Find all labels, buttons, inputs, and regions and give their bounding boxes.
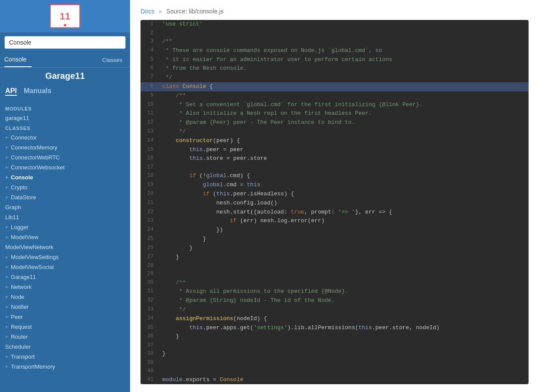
- sidebar-item-label: Garage11: [11, 274, 36, 280]
- code-line-30: 30 /**: [140, 279, 529, 288]
- brand-area: Garage11: [0, 68, 130, 84]
- code-line-3: 3 /**: [140, 37, 529, 46]
- code-line-16: 16 this.store = peer.store: [140, 154, 529, 163]
- code-line-6: 6 * from the Nesh console.: [140, 64, 529, 73]
- logo-area: 11: [0, 0, 130, 32]
- sidebar-item-peer[interactable]: +Peer: [0, 312, 130, 322]
- breadcrumb-separator: »: [159, 8, 162, 15]
- sidebar-item-label: ModelViewNetwork: [5, 244, 53, 250]
- plus-icon: +: [5, 274, 8, 280]
- source-path: Source: lib/console.js: [166, 8, 223, 15]
- plus-icon: +: [5, 254, 8, 260]
- sidebar-item-label: Peer: [11, 314, 23, 320]
- code-line-19: 19 global.cmd = this: [140, 181, 529, 190]
- code-line-20: 20 if (this.peer.isHeadless) {: [140, 190, 529, 199]
- sidebar-item-modelviewsocial[interactable]: +ModelViewSocial: [0, 262, 130, 272]
- code-line-10: 10 * Set a convenient `global.cmd` for t…: [140, 100, 529, 110]
- code-line-14: 14 constructor(peer) {: [140, 136, 529, 146]
- sidebar-item-node[interactable]: +Node: [0, 292, 130, 302]
- code-line-32: 32 * @param {String} nodeId - The id of …: [140, 296, 529, 305]
- sidebar-item-garage11[interactable]: garage11: [0, 113, 130, 123]
- code-line-13: 13 */: [140, 127, 529, 136]
- plus-icon: +: [5, 334, 8, 340]
- sidebar-item-graph[interactable]: Graph: [0, 202, 130, 212]
- sidebar-item-scheduler[interactable]: Scheduler: [0, 342, 130, 352]
- code-line-15: 15 this.peer = peer: [140, 146, 529, 155]
- sidebar-item-transport[interactable]: +Transport: [0, 352, 130, 362]
- code-line-39: 39: [140, 359, 529, 367]
- sidebar-item-label: Request: [11, 324, 32, 330]
- sidebar-item-label: Logger: [11, 224, 28, 230]
- sidebar-item-logger[interactable]: +Logger: [0, 222, 130, 232]
- sidebar-item-lib11[interactable]: Lib11: [0, 212, 130, 222]
- code-line-33: 33 */: [140, 305, 529, 314]
- classes-header: CLASSES: [0, 123, 130, 133]
- sidebar-item-notifier[interactable]: +Notifier: [0, 302, 130, 312]
- sidebar-item-datastore[interactable]: +DataStore: [0, 192, 130, 202]
- code-line-26: 26 }: [140, 244, 529, 253]
- code-line-34: 34 assignPermissions(nodeId) {: [140, 314, 529, 324]
- plus-icon: +: [5, 175, 8, 181]
- manuals-tab[interactable]: Manuals: [24, 87, 52, 96]
- sidebar-item-connectorwebsocket[interactable]: +ConnectorWebsocket: [0, 162, 130, 172]
- code-line-22: 22 nesh.start({autoload: true, prompt: '…: [140, 208, 529, 217]
- brand-name: Garage11: [45, 71, 85, 81]
- sidebar-item-label: TransportMemory: [11, 363, 55, 370]
- sidebar-item-network[interactable]: +Network: [0, 282, 130, 292]
- plus-icon: +: [5, 185, 8, 191]
- sidebar-item-connectormemory[interactable]: +ConnectorMemory: [0, 143, 130, 152]
- plus-icon: +: [5, 155, 8, 161]
- code-line-40: 40: [140, 367, 529, 375]
- sidebar-item-transportmemory[interactable]: +TransportMemory: [0, 362, 130, 372]
- plus-icon: +: [5, 145, 8, 151]
- code-line-8: 8 class Console {: [140, 82, 529, 91]
- nav-console-link[interactable]: Console: [4, 52, 32, 67]
- search-input[interactable]: [4, 36, 126, 49]
- plus-icon: +: [5, 314, 8, 320]
- sidebar-item-label: Router: [11, 334, 28, 340]
- sidebar-item-label: Graph: [5, 204, 21, 211]
- sidebar-item-crypto[interactable]: +Crypto: [0, 182, 130, 192]
- plus-icon: +: [5, 294, 8, 300]
- nav-classes-button[interactable]: Classes: [99, 54, 126, 66]
- sidebar-item-label: ConnectorMemory: [11, 144, 57, 151]
- code-line-28: 28: [140, 262, 529, 270]
- sidebar-item-label: ConnectorWebRTC: [11, 154, 60, 161]
- code-line-12: 12 * @param {Peer} peer - The Peer insta…: [140, 118, 529, 127]
- sidebar-item-router[interactable]: +Router: [0, 332, 130, 342]
- code-line-24: 24 }): [140, 226, 529, 235]
- docs-link[interactable]: Docs: [140, 8, 154, 15]
- sidebar-item-request[interactable]: +Request: [0, 322, 130, 332]
- plus-icon: +: [5, 354, 8, 360]
- plus-icon: +: [5, 264, 8, 270]
- sidebar-item-label: Node: [11, 294, 24, 300]
- sidebar-item-garage11-class[interactable]: +Garage11: [0, 272, 130, 282]
- api-tab[interactable]: API: [5, 87, 17, 96]
- sidebar-item-label: Notifier: [11, 304, 29, 310]
- nav-top: Console Classes: [0, 52, 130, 68]
- code-line-9: 9 /**: [140, 91, 529, 100]
- sidebar-item-modelview[interactable]: +ModelView: [0, 232, 130, 242]
- plus-icon: +: [5, 234, 8, 240]
- plus-icon: +: [5, 135, 8, 141]
- sidebar-item-console[interactable]: +Console: [0, 172, 130, 182]
- breadcrumb: Docs » Source: lib/console.js: [130, 0, 539, 20]
- sidebar-item-connector[interactable]: +Connector: [0, 133, 130, 143]
- sidebar-content: MODULES garage11 CLASSES +Connector +Con…: [0, 100, 130, 392]
- logo-box: 11: [50, 4, 80, 28]
- code-line-27: 27 }: [140, 253, 529, 262]
- sidebar-item-label: ConnectorWebsocket: [11, 164, 65, 171]
- code-line-1: 1 'use strict': [140, 20, 529, 29]
- plus-icon: +: [5, 194, 8, 201]
- plus-icon: +: [5, 364, 8, 370]
- sidebar-item-label: DataStore: [11, 194, 36, 201]
- sidebar: 11 Console Classes Garage11 API Manuals …: [0, 0, 130, 392]
- sidebar-item-modelviewnetwork[interactable]: ModelViewNetwork: [0, 242, 130, 252]
- sidebar-item-modelviewsettings[interactable]: +ModelViewSettings: [0, 252, 130, 262]
- code-line-35: 35 this.peer.apps.get('settings').lib.al…: [140, 324, 529, 333]
- code-line-17: 17: [140, 163, 529, 172]
- code-line-41: 41 module.exports = Console: [140, 376, 529, 385]
- sidebar-item-connectorwebrtc[interactable]: +ConnectorWebRTC: [0, 152, 130, 162]
- code-line-2: 2: [140, 29, 529, 37]
- logo-dot: [64, 24, 66, 26]
